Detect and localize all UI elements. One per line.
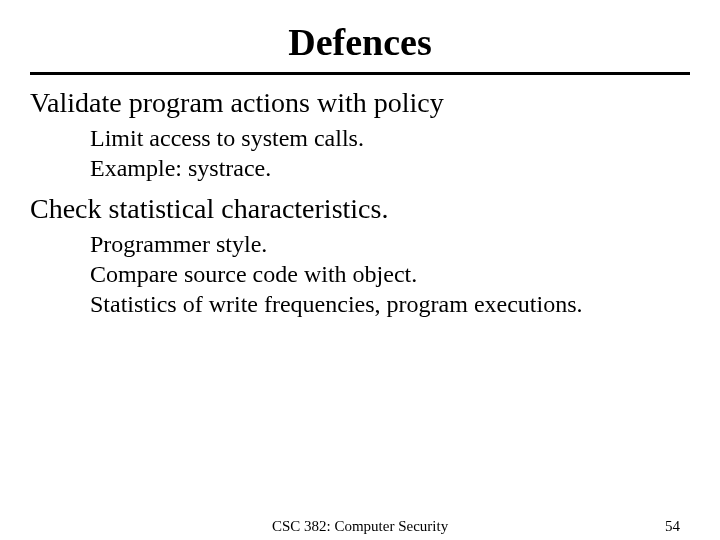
title-divider <box>30 72 690 75</box>
footer-course: CSC 382: Computer Security <box>272 518 448 535</box>
section-heading: Validate program actions with policy <box>30 87 690 119</box>
bullet-item: Example: systrace. <box>90 153 690 183</box>
slide-title: Defences <box>30 20 690 64</box>
bullet-item: Programmer style. <box>90 229 690 259</box>
bullet-item: Limit access to system calls. <box>90 123 690 153</box>
section-heading: Check statistical characteristics. <box>30 193 690 225</box>
bullet-item: Statistics of write frequencies, program… <box>90 289 690 319</box>
footer-page-number: 54 <box>665 518 680 535</box>
bullet-item: Compare source code with object. <box>90 259 690 289</box>
